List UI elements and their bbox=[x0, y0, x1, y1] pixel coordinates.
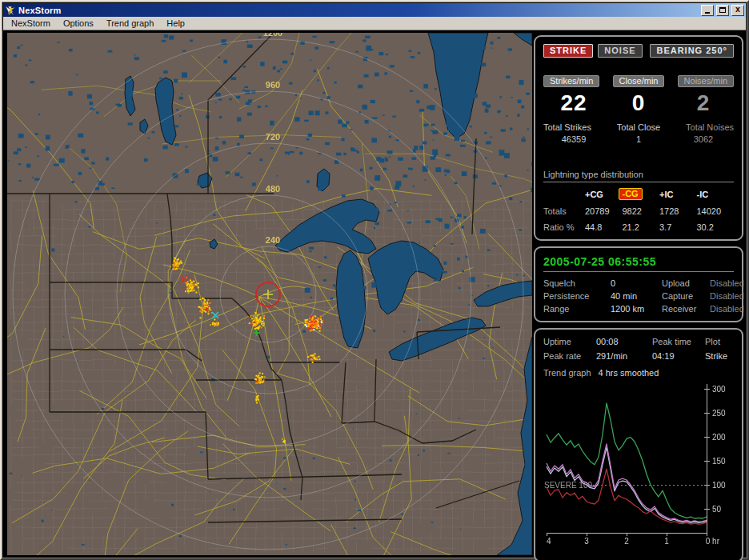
distribution-value: 1728 bbox=[659, 206, 697, 216]
noise-indicator[interactable]: NOISE bbox=[598, 44, 642, 58]
distribution-value: 20789 bbox=[585, 206, 623, 216]
counter-total-label: Total Noises bbox=[686, 122, 734, 132]
window-title: NexStorm bbox=[18, 6, 699, 15]
setting-value: 1200 km bbox=[611, 304, 662, 314]
lightning-map[interactable] bbox=[7, 33, 532, 555]
menu-item-nexstorm[interactable]: NexStorm bbox=[5, 18, 57, 29]
counter-close-min: Close/min0Total Close1 bbox=[608, 75, 669, 144]
distribution-title: Lightning type distribution bbox=[543, 170, 734, 182]
setting-label: Receiver bbox=[662, 304, 710, 314]
trend-graph-chart bbox=[543, 381, 734, 554]
menu-item-help[interactable]: Help bbox=[160, 18, 191, 29]
distribution-value: 14020 bbox=[697, 206, 735, 216]
counter-badge: Close/min bbox=[613, 75, 665, 87]
distribution-col-posIC: +IC bbox=[659, 190, 697, 199]
maximize-icon bbox=[719, 7, 726, 13]
setting-value: Disabled bbox=[710, 278, 744, 288]
title-bar[interactable]: NexStorm x bbox=[3, 3, 746, 17]
rate-counters: Strikes/min22Total Strikes46359Close/min… bbox=[543, 75, 734, 144]
settings-grid: Squelch0UploadDisabledPersistence40 minC… bbox=[543, 278, 734, 314]
counter-rate: 0 bbox=[632, 90, 646, 116]
counter-total-label: Total Strikes bbox=[543, 122, 591, 132]
close-button[interactable]: x bbox=[731, 5, 744, 16]
lightning-type-distribution: Lightning type distribution +CG-CG+IC-IC… bbox=[543, 170, 734, 232]
runtime-cell: Peak time bbox=[652, 337, 705, 346]
distribution-value: 30.2 bbox=[697, 222, 735, 232]
datetime-display: 2005-07-25 06:55:55 bbox=[543, 255, 734, 272]
counter-total-label: Total Close bbox=[617, 122, 660, 132]
menu-item-trend-graph[interactable]: Trend graph bbox=[100, 18, 161, 29]
runtime-cell: 291/min bbox=[596, 351, 652, 361]
client-area: STRIKE NOISE BEARING 250° Strikes/min22T… bbox=[3, 30, 746, 557]
trend-label-row: Trend graph 4 hrs smoothed bbox=[543, 368, 734, 378]
setting-value: 40 min bbox=[611, 291, 662, 301]
distribution-row-label: Totals bbox=[543, 206, 585, 216]
strike-counter-box: STRIKE NOISE BEARING 250° Strikes/min22T… bbox=[534, 35, 743, 241]
setting-value: 0 bbox=[611, 278, 662, 288]
setting-label: Capture bbox=[662, 291, 710, 301]
maximize-button[interactable] bbox=[716, 5, 729, 16]
runtime-grid: Uptime00:08Peak timePlotPeak rate291/min… bbox=[543, 337, 734, 361]
menu-bar: NexStormOptionsTrend graphHelp bbox=[3, 17, 746, 30]
distribution-col-posCG: +CG bbox=[585, 190, 623, 199]
distribution-value: 3.7 bbox=[659, 222, 697, 232]
distribution-row-label: Ratio % bbox=[543, 222, 585, 232]
counter-total-value: 1 bbox=[636, 134, 641, 144]
trend-box: Uptime00:08Peak timePlotPeak rate291/min… bbox=[534, 328, 743, 560]
runtime-cell: Uptime bbox=[543, 337, 596, 346]
strike-indicator[interactable]: STRIKE bbox=[543, 44, 593, 58]
setting-label: Upload bbox=[662, 278, 710, 288]
minimize-button[interactable] bbox=[701, 5, 714, 16]
setting-value: Disabled bbox=[710, 304, 744, 314]
status-box: 2005-07-25 06:55:55 Squelch0UploadDisabl… bbox=[534, 246, 743, 322]
setting-label: Persistence bbox=[543, 291, 611, 301]
counter-badge: Noises/min bbox=[678, 75, 734, 87]
trend-graph-mode: 4 hrs smoothed bbox=[599, 368, 659, 378]
counter-badge: Strikes/min bbox=[543, 75, 599, 87]
setting-label: Range bbox=[543, 304, 611, 314]
runtime-cell: Strike bbox=[705, 351, 734, 361]
close-icon: x bbox=[735, 6, 740, 15]
trend-graph-label: Trend graph bbox=[543, 368, 591, 378]
minimize-icon bbox=[705, 12, 710, 14]
counter-rate: 2 bbox=[697, 90, 711, 116]
indicator-row: STRIKE NOISE BEARING 250° bbox=[543, 44, 734, 58]
counter-strikes-min: Strikes/min22Total Strikes46359 bbox=[543, 75, 604, 144]
runtime-cell: 00:08 bbox=[596, 337, 652, 346]
right-panel: STRIKE NOISE BEARING 250° Strikes/min22T… bbox=[534, 35, 743, 550]
setting-label: Squelch bbox=[543, 278, 611, 288]
distribution-value: 9822 bbox=[623, 206, 660, 216]
counter-noises-min: Noises/min2Total Noises3062 bbox=[673, 75, 734, 144]
distribution-value: 21.2 bbox=[623, 222, 660, 232]
distribution-table: +CG-CG+IC-ICTotals207899822172814020Rati… bbox=[543, 188, 734, 232]
app-lightning-icon bbox=[5, 5, 16, 15]
runtime-cell: 04:19 bbox=[652, 351, 705, 361]
counter-total-value: 3062 bbox=[694, 134, 713, 144]
bearing-indicator: BEARING 250° bbox=[650, 44, 734, 58]
distribution-col-negCG: -CG bbox=[623, 188, 660, 200]
menu-item-options[interactable]: Options bbox=[57, 18, 100, 29]
runtime-cell: Plot bbox=[705, 337, 734, 346]
setting-value: Disabled bbox=[710, 291, 744, 301]
distribution-value: 44.8 bbox=[585, 222, 623, 232]
distribution-col-negIC: -IC bbox=[697, 190, 735, 199]
counter-rate: 22 bbox=[560, 90, 587, 116]
runtime-cell: Peak rate bbox=[543, 351, 596, 361]
nexstorm-window: NexStorm x NexStormOptionsTrend graphHel… bbox=[0, 0, 749, 560]
counter-total-value: 46359 bbox=[562, 134, 587, 144]
